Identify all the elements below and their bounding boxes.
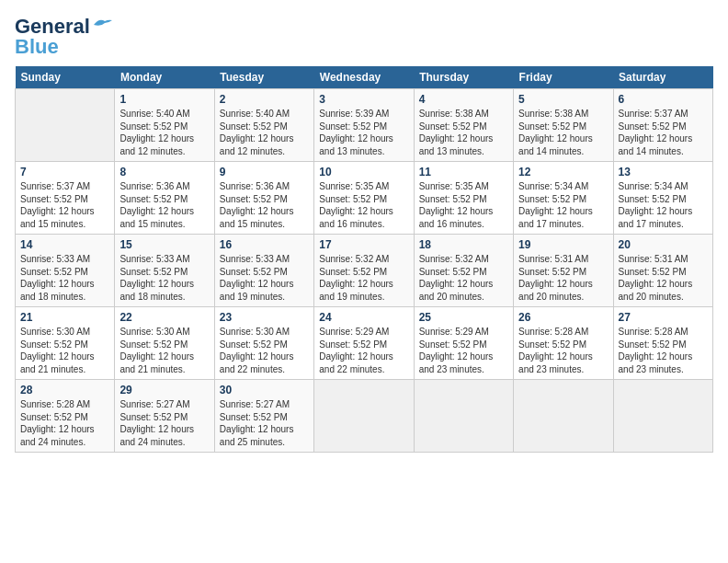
day-info: Sunrise: 5:39 AM Sunset: 5:52 PM Dayligh… bbox=[319, 108, 408, 157]
day-number: 9 bbox=[220, 166, 309, 178]
calendar-cell: 1Sunrise: 5:40 AM Sunset: 5:52 PM Daylig… bbox=[115, 89, 214, 162]
calendar-week-5: 28Sunrise: 5:28 AM Sunset: 5:52 PM Dayli… bbox=[16, 380, 713, 453]
day-info: Sunrise: 5:32 AM Sunset: 5:52 PM Dayligh… bbox=[419, 253, 508, 303]
day-number: 28 bbox=[20, 384, 109, 396]
calendar-week-3: 14Sunrise: 5:33 AM Sunset: 5:52 PM Dayli… bbox=[16, 235, 713, 307]
calendar-cell: 15Sunrise: 5:33 AM Sunset: 5:52 PM Dayli… bbox=[115, 235, 214, 307]
calendar-cell: 19Sunrise: 5:31 AM Sunset: 5:52 PM Dayli… bbox=[514, 235, 613, 307]
day-info: Sunrise: 5:38 AM Sunset: 5:52 PM Dayligh… bbox=[518, 108, 608, 157]
calendar-cell: 12Sunrise: 5:34 AM Sunset: 5:52 PM Dayli… bbox=[514, 162, 613, 235]
day-number: 2 bbox=[220, 93, 309, 106]
calendar-cell: 23Sunrise: 5:30 AM Sunset: 5:52 PM Dayli… bbox=[214, 307, 313, 380]
day-number: 11 bbox=[419, 166, 508, 178]
day-info: Sunrise: 5:34 AM Sunset: 5:52 PM Dayligh… bbox=[619, 180, 708, 230]
calendar-cell: 25Sunrise: 5:29 AM Sunset: 5:52 PM Dayli… bbox=[414, 307, 513, 380]
calendar-header-wednesday: Wednesday bbox=[314, 66, 414, 89]
day-number: 30 bbox=[220, 384, 309, 396]
day-number: 10 bbox=[319, 166, 408, 178]
day-info: Sunrise: 5:33 AM Sunset: 5:52 PM Dayligh… bbox=[220, 253, 309, 303]
day-number: 22 bbox=[119, 311, 209, 324]
day-info: Sunrise: 5:27 AM Sunset: 5:52 PM Dayligh… bbox=[119, 398, 209, 448]
day-info: Sunrise: 5:29 AM Sunset: 5:52 PM Dayligh… bbox=[419, 326, 508, 375]
calendar-cell: 8Sunrise: 5:36 AM Sunset: 5:52 PM Daylig… bbox=[115, 162, 214, 235]
calendar-cell bbox=[16, 89, 115, 162]
day-info: Sunrise: 5:37 AM Sunset: 5:52 PM Dayligh… bbox=[619, 108, 708, 157]
day-number: 12 bbox=[518, 166, 608, 178]
calendar-body: 1Sunrise: 5:40 AM Sunset: 5:52 PM Daylig… bbox=[16, 89, 713, 453]
day-number: 18 bbox=[419, 238, 508, 251]
day-info: Sunrise: 5:27 AM Sunset: 5:52 PM Dayligh… bbox=[220, 398, 309, 448]
day-number: 8 bbox=[119, 166, 209, 178]
logo-line2: Blue bbox=[15, 35, 59, 59]
calendar-cell: 27Sunrise: 5:28 AM Sunset: 5:52 PM Dayli… bbox=[613, 307, 712, 380]
calendar-cell: 24Sunrise: 5:29 AM Sunset: 5:52 PM Dayli… bbox=[314, 307, 414, 380]
calendar-cell: 16Sunrise: 5:33 AM Sunset: 5:52 PM Dayli… bbox=[214, 235, 313, 307]
day-info: Sunrise: 5:28 AM Sunset: 5:52 PM Dayligh… bbox=[518, 326, 608, 375]
day-info: Sunrise: 5:34 AM Sunset: 5:52 PM Dayligh… bbox=[518, 180, 608, 230]
calendar-cell: 17Sunrise: 5:32 AM Sunset: 5:52 PM Dayli… bbox=[314, 235, 414, 307]
day-number: 14 bbox=[20, 238, 109, 251]
day-number: 13 bbox=[619, 166, 708, 178]
calendar-week-4: 21Sunrise: 5:30 AM Sunset: 5:52 PM Dayli… bbox=[16, 307, 713, 380]
day-info: Sunrise: 5:28 AM Sunset: 5:52 PM Dayligh… bbox=[20, 398, 109, 448]
calendar-cell: 9Sunrise: 5:36 AM Sunset: 5:52 PM Daylig… bbox=[214, 162, 313, 235]
page-header: General Blue bbox=[15, 15, 713, 59]
calendar-header-saturday: Saturday bbox=[613, 66, 712, 89]
day-info: Sunrise: 5:36 AM Sunset: 5:52 PM Dayligh… bbox=[220, 180, 309, 230]
calendar-cell: 13Sunrise: 5:34 AM Sunset: 5:52 PM Dayli… bbox=[613, 162, 712, 235]
calendar-cell: 18Sunrise: 5:32 AM Sunset: 5:52 PM Dayli… bbox=[414, 235, 513, 307]
calendar-cell: 10Sunrise: 5:35 AM Sunset: 5:52 PM Dayli… bbox=[314, 162, 414, 235]
day-number: 1 bbox=[119, 93, 209, 106]
calendar-cell: 29Sunrise: 5:27 AM Sunset: 5:52 PM Dayli… bbox=[115, 380, 214, 453]
calendar-cell: 28Sunrise: 5:28 AM Sunset: 5:52 PM Dayli… bbox=[16, 380, 115, 453]
calendar-cell: 5Sunrise: 5:38 AM Sunset: 5:52 PM Daylig… bbox=[514, 89, 613, 162]
logo: General Blue bbox=[15, 15, 112, 59]
day-number: 24 bbox=[319, 311, 408, 324]
day-number: 25 bbox=[419, 311, 508, 324]
day-number: 20 bbox=[619, 238, 708, 251]
calendar-cell bbox=[613, 380, 712, 453]
day-number: 7 bbox=[20, 166, 109, 178]
day-number: 17 bbox=[319, 238, 408, 251]
calendar-week-1: 1Sunrise: 5:40 AM Sunset: 5:52 PM Daylig… bbox=[16, 89, 713, 162]
day-number: 3 bbox=[319, 93, 408, 106]
calendar-cell: 7Sunrise: 5:37 AM Sunset: 5:52 PM Daylig… bbox=[16, 162, 115, 235]
day-info: Sunrise: 5:40 AM Sunset: 5:52 PM Dayligh… bbox=[220, 108, 309, 157]
day-number: 6 bbox=[619, 93, 708, 106]
day-info: Sunrise: 5:31 AM Sunset: 5:52 PM Dayligh… bbox=[619, 253, 708, 303]
day-number: 27 bbox=[619, 311, 708, 324]
calendar-cell bbox=[514, 380, 613, 453]
calendar-header-thursday: Thursday bbox=[414, 66, 513, 89]
logo-bird-icon bbox=[92, 17, 112, 32]
day-info: Sunrise: 5:36 AM Sunset: 5:52 PM Dayligh… bbox=[119, 180, 209, 230]
day-info: Sunrise: 5:30 AM Sunset: 5:52 PM Dayligh… bbox=[20, 326, 109, 375]
calendar-cell: 2Sunrise: 5:40 AM Sunset: 5:52 PM Daylig… bbox=[214, 89, 313, 162]
day-info: Sunrise: 5:35 AM Sunset: 5:52 PM Dayligh… bbox=[319, 180, 408, 230]
calendar-cell: 11Sunrise: 5:35 AM Sunset: 5:52 PM Dayli… bbox=[414, 162, 513, 235]
calendar-week-2: 7Sunrise: 5:37 AM Sunset: 5:52 PM Daylig… bbox=[16, 162, 713, 235]
day-number: 4 bbox=[419, 93, 508, 106]
day-info: Sunrise: 5:29 AM Sunset: 5:52 PM Dayligh… bbox=[319, 326, 408, 375]
calendar-cell bbox=[314, 380, 414, 453]
calendar-header-row: SundayMondayTuesdayWednesdayThursdayFrid… bbox=[16, 66, 713, 89]
calendar-header-friday: Friday bbox=[514, 66, 613, 89]
calendar-cell: 3Sunrise: 5:39 AM Sunset: 5:52 PM Daylig… bbox=[314, 89, 414, 162]
day-info: Sunrise: 5:28 AM Sunset: 5:52 PM Dayligh… bbox=[619, 326, 708, 375]
day-info: Sunrise: 5:32 AM Sunset: 5:52 PM Dayligh… bbox=[319, 253, 408, 303]
calendar-cell: 22Sunrise: 5:30 AM Sunset: 5:52 PM Dayli… bbox=[115, 307, 214, 380]
day-number: 23 bbox=[220, 311, 309, 324]
calendar-cell: 6Sunrise: 5:37 AM Sunset: 5:52 PM Daylig… bbox=[613, 89, 712, 162]
day-number: 5 bbox=[518, 93, 608, 106]
calendar: SundayMondayTuesdayWednesdayThursdayFrid… bbox=[15, 66, 713, 453]
calendar-header-sunday: Sunday bbox=[16, 66, 115, 89]
calendar-header-monday: Monday bbox=[115, 66, 214, 89]
day-number: 15 bbox=[119, 238, 209, 251]
calendar-cell: 21Sunrise: 5:30 AM Sunset: 5:52 PM Dayli… bbox=[16, 307, 115, 380]
day-info: Sunrise: 5:33 AM Sunset: 5:52 PM Dayligh… bbox=[20, 253, 109, 303]
calendar-cell: 4Sunrise: 5:38 AM Sunset: 5:52 PM Daylig… bbox=[414, 89, 513, 162]
day-number: 16 bbox=[220, 238, 309, 251]
day-info: Sunrise: 5:40 AM Sunset: 5:52 PM Dayligh… bbox=[119, 108, 209, 157]
day-info: Sunrise: 5:30 AM Sunset: 5:52 PM Dayligh… bbox=[220, 326, 309, 375]
day-info: Sunrise: 5:35 AM Sunset: 5:52 PM Dayligh… bbox=[419, 180, 508, 230]
calendar-cell: 20Sunrise: 5:31 AM Sunset: 5:52 PM Dayli… bbox=[613, 235, 712, 307]
